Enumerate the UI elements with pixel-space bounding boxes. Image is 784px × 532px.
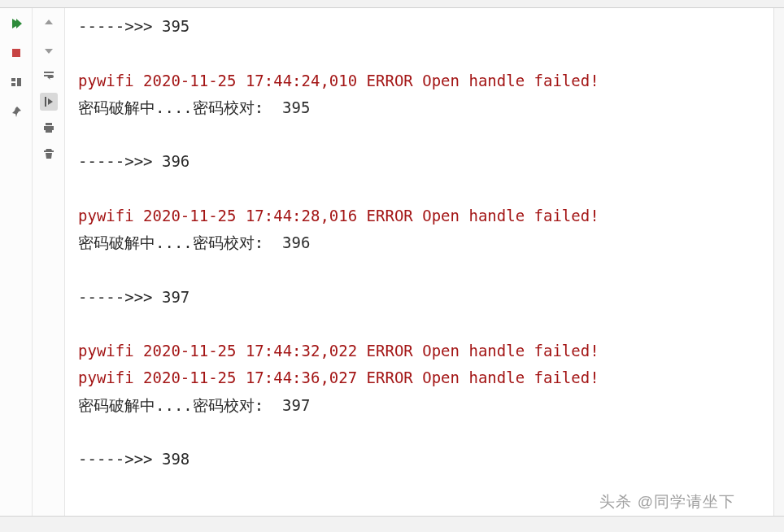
svg-rect-1 (11, 78, 15, 81)
pin-icon[interactable] (7, 102, 25, 120)
console-blank-line (78, 256, 776, 283)
soft-wrap-icon[interactable] (40, 67, 58, 85)
console-line: ----->>> 396 (78, 148, 776, 175)
console-line: 密码破解中....密码校对: 397 (78, 392, 776, 419)
bottom-toolbar (0, 516, 784, 532)
console-line: ----->>> 395 (78, 13, 776, 40)
console-blank-line (78, 311, 776, 338)
top-tabs-strip (0, 0, 784, 8)
svg-rect-0 (12, 49, 20, 57)
console-output[interactable]: ----->>> 395pywifi 2020-11-25 17:44:24,0… (65, 8, 784, 516)
console-error-line: pywifi 2020-11-25 17:44:24,010 ERROR Ope… (78, 68, 776, 94)
scroll-to-end-icon[interactable] (40, 93, 58, 111)
watermark-text: 头杀 @同学请坐下 (599, 491, 735, 512)
console-error-line: pywifi 2020-11-25 17:44:32,022 ERROR Ope… (78, 338, 776, 364)
print-icon[interactable] (40, 119, 58, 137)
run-toolbar-left (0, 8, 33, 516)
up-icon[interactable] (40, 15, 58, 33)
console-blank-line (78, 176, 776, 203)
svg-rect-3 (17, 78, 21, 86)
stop-icon[interactable] (7, 44, 25, 62)
console-blank-line (78, 121, 776, 148)
console-line: 密码破解中....密码校对: 395 (78, 94, 776, 121)
console-error-line: pywifi 2020-11-25 17:44:28,016 ERROR Ope… (78, 203, 776, 229)
rerun-icon[interactable] (7, 15, 25, 33)
run-toolbar-side (33, 8, 65, 516)
console-blank-line (78, 40, 776, 67)
console-blank-line (78, 419, 776, 446)
console-line: ----->>> 398 (78, 446, 776, 473)
console-line: 密码破解中....密码校对: 396 (78, 229, 776, 256)
main-area: ----->>> 395pywifi 2020-11-25 17:44:24,0… (0, 8, 784, 516)
layout-icon[interactable] (7, 73, 25, 91)
trash-icon[interactable] (40, 145, 58, 163)
console-line: ----->>> 397 (78, 284, 776, 311)
console-error-line: pywifi 2020-11-25 17:44:36,027 ERROR Ope… (78, 364, 776, 391)
svg-rect-2 (11, 83, 15, 86)
down-icon[interactable] (40, 41, 58, 59)
vertical-scrollbar[interactable] (773, 8, 784, 516)
